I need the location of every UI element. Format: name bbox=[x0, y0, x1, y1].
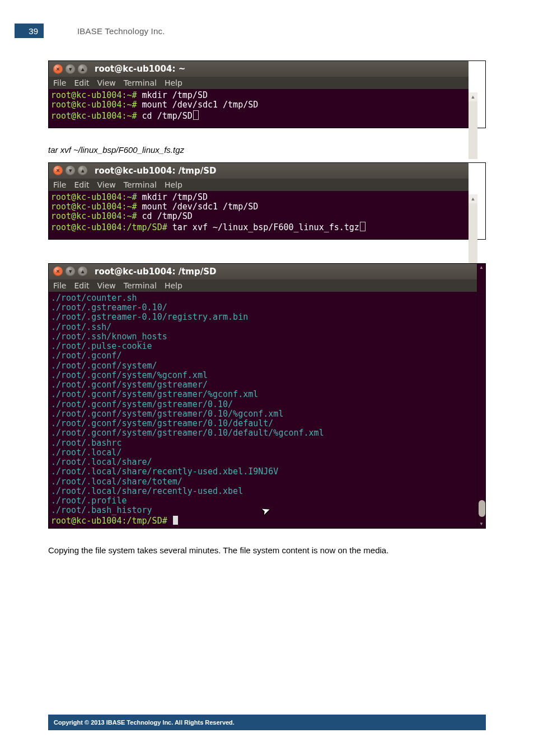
window-minimize-icon[interactable]: ▾ bbox=[65, 64, 75, 74]
scroll-up-icon[interactable]: ▲ bbox=[477, 264, 485, 272]
menu-terminal[interactable]: Terminal bbox=[124, 180, 157, 189]
terminal-title: root@kc-ub1004: /tmp/SD bbox=[95, 267, 216, 277]
terminal-body[interactable]: ./root/counter.sh ./root/.gstreamer-0.10… bbox=[49, 292, 477, 528]
menu-view[interactable]: View bbox=[97, 78, 116, 87]
text-cursor-icon bbox=[173, 516, 178, 525]
terminal-menubar[interactable]: File Edit View Terminal Help bbox=[49, 279, 477, 292]
window-minimize-icon[interactable]: ▾ bbox=[65, 267, 75, 276]
tar-output-line: ./root/.gconf/ bbox=[51, 351, 121, 361]
tar-output-line: ./root/.gconf/system/gstreamer/0.10/%gco… bbox=[51, 409, 283, 419]
text-cursor-icon bbox=[193, 110, 199, 120]
command-text: mkdir /tmp/SD bbox=[137, 90, 208, 100]
tar-command-text: tar xvf ~/linux_bsp/F600_linux_fs.tgz bbox=[48, 145, 486, 155]
tar-output-line: ./root/.bashrc bbox=[51, 438, 121, 448]
menu-edit[interactable]: Edit bbox=[74, 78, 89, 87]
scroll-down-icon[interactable]: ▼ bbox=[477, 520, 485, 528]
closing-paragraph: Copying the file system takes several mi… bbox=[48, 545, 486, 555]
tar-output-line: ./root/.gstreamer-0.10/ bbox=[51, 302, 167, 312]
scrollbar-thumb[interactable] bbox=[479, 500, 485, 517]
prompt: root@kc-ub1004:~# bbox=[51, 100, 137, 110]
tar-output-line: ./root/.pulse-cookie bbox=[51, 341, 152, 351]
tar-output-line: ./root/.gconf/system/ bbox=[51, 361, 157, 371]
tar-output-line: ./root/.gconf/system/gstreamer/%gconf.xm… bbox=[51, 389, 258, 399]
scrollbar[interactable]: ▲ bbox=[469, 194, 477, 270]
terminal-right-gutter: ▲ bbox=[469, 163, 485, 239]
menu-terminal[interactable]: Terminal bbox=[124, 78, 157, 87]
menu-edit[interactable]: Edit bbox=[74, 180, 89, 189]
tar-output-line: ./root/.gstreamer-0.10/registry.arm.bin bbox=[51, 312, 248, 322]
terminal-window-3: × ▾ ▴ root@kc-ub1004: /tmp/SD File Edit … bbox=[48, 263, 486, 529]
menu-help[interactable]: Help bbox=[165, 78, 182, 87]
menu-help[interactable]: Help bbox=[165, 281, 182, 290]
terminal-right-gutter: ▲ bbox=[469, 61, 485, 128]
footer-copyright: Copyright © 2013 IBASE Technology Inc. A… bbox=[48, 715, 486, 730]
menu-view[interactable]: View bbox=[97, 281, 116, 290]
command-text: mount /dev/sdc1 /tmp/SD bbox=[137, 202, 259, 212]
window-close-icon[interactable]: × bbox=[53, 64, 63, 74]
tar-output-line: ./root/.gconf/system/gstreamer/0.10/ bbox=[51, 399, 233, 409]
tar-output-line: ./root/.local/share/recently-used.xbel.I… bbox=[51, 466, 278, 477]
tar-output-line: ./root/.gconf/system/gstreamer/0.10/defa… bbox=[51, 428, 324, 438]
scrollbar[interactable]: ▲ ▼ bbox=[477, 264, 485, 528]
terminal-body[interactable]: root@kc-ub1004:~# mkdir /tmp/SD root@kc-… bbox=[49, 191, 469, 239]
menu-view[interactable]: View bbox=[97, 180, 116, 189]
page-header: 39 IBASE Technology Inc. bbox=[0, 0, 534, 38]
command-text: cd /tmp/SD bbox=[137, 111, 193, 121]
prompt: root@kc-ub1004:~# bbox=[51, 90, 137, 100]
command-text: mkdir /tmp/SD bbox=[137, 192, 208, 202]
tar-output-line: ./root/.local/ bbox=[51, 447, 121, 458]
tar-output-line: ./root/.ssh/known_hosts bbox=[51, 332, 167, 342]
menu-file[interactable]: File bbox=[53, 78, 66, 87]
tar-output-line: ./root/.gconf/system/gstreamer/0.10/defa… bbox=[51, 418, 273, 428]
command-text: mount /dev/sdc1 /tmp/SD bbox=[137, 100, 259, 110]
scroll-up-icon[interactable]: ▲ bbox=[469, 194, 477, 203]
terminal-menubar[interactable]: File Edit View Terminal Help bbox=[49, 179, 469, 191]
tar-output-line: ./root/.local/share/ bbox=[51, 457, 152, 467]
terminal-window-2: × ▾ ▴ root@kc-ub1004: /tmp/SD File Edit … bbox=[48, 162, 486, 240]
window-maximize-icon[interactable]: ▴ bbox=[78, 64, 87, 74]
command-text: tar xvf ~/linux_bsp/F600_linux_fs.tgz bbox=[167, 222, 359, 232]
command-text: cd /tmp/SD bbox=[137, 211, 193, 221]
tar-output-line: ./root/.gconf/system/gstreamer/ bbox=[51, 380, 208, 390]
prompt: root@kc-ub1004:~# bbox=[51, 192, 137, 202]
tar-output-line: ./root/counter.sh bbox=[51, 293, 137, 303]
window-maximize-icon[interactable]: ▴ bbox=[78, 166, 87, 175]
window-minimize-icon[interactable]: ▾ bbox=[65, 166, 75, 175]
prompt: root@kc-ub1004:~# bbox=[51, 111, 137, 121]
menu-edit[interactable]: Edit bbox=[74, 281, 89, 290]
prompt: root@kc-ub1004:~# bbox=[51, 202, 137, 212]
menu-file[interactable]: File bbox=[53, 180, 66, 189]
prompt: root@kc-ub1004:/tmp/SD# bbox=[51, 516, 172, 526]
page-number: 39 bbox=[15, 24, 44, 38]
terminal-title: root@kc-ub1004: /tmp/SD bbox=[95, 166, 216, 176]
prompt: root@kc-ub1004:~# bbox=[51, 211, 137, 221]
scroll-up-icon[interactable]: ▲ bbox=[469, 92, 477, 101]
terminal-titlebar[interactable]: × ▾ ▴ root@kc-ub1004: ~ bbox=[49, 61, 469, 77]
menu-help[interactable]: Help bbox=[165, 180, 182, 189]
terminal-titlebar[interactable]: × ▾ ▴ root@kc-ub1004: /tmp/SD bbox=[49, 163, 469, 179]
window-close-icon[interactable]: × bbox=[53, 267, 63, 276]
window-maximize-icon[interactable]: ▴ bbox=[78, 267, 87, 276]
terminal-titlebar[interactable]: × ▾ ▴ root@kc-ub1004: /tmp/SD bbox=[49, 264, 477, 279]
terminal-title: root@kc-ub1004: ~ bbox=[95, 64, 185, 74]
tar-output-line: ./root/.gconf/system/%gconf.xml bbox=[51, 370, 208, 380]
terminal-body[interactable]: root@kc-ub1004:~# mkdir /tmp/SD root@kc-… bbox=[49, 89, 469, 128]
terminal-window-1: × ▾ ▴ root@kc-ub1004: ~ File Edit View T… bbox=[48, 60, 486, 128]
tar-output-line: ./root/.profile bbox=[51, 496, 127, 506]
menu-terminal[interactable]: Terminal bbox=[124, 281, 157, 290]
tar-output-line: ./root/.local/share/totem/ bbox=[51, 477, 182, 487]
scrollbar[interactable]: ▲ bbox=[469, 92, 477, 159]
company-name: IBASE Technology Inc. bbox=[77, 26, 165, 36]
menu-file[interactable]: File bbox=[53, 281, 66, 290]
tar-output-line: ./root/.ssh/ bbox=[51, 322, 111, 332]
window-close-icon[interactable]: × bbox=[53, 166, 63, 175]
tar-output-line: ./root/.bash_history bbox=[51, 505, 152, 515]
text-cursor-icon bbox=[360, 222, 366, 231]
prompt: root@kc-ub1004:/tmp/SD# bbox=[51, 222, 167, 232]
tar-output-line: ./root/.local/share/recently-used.xbel bbox=[51, 486, 243, 496]
terminal-menubar[interactable]: File Edit View Terminal Help bbox=[49, 77, 469, 89]
